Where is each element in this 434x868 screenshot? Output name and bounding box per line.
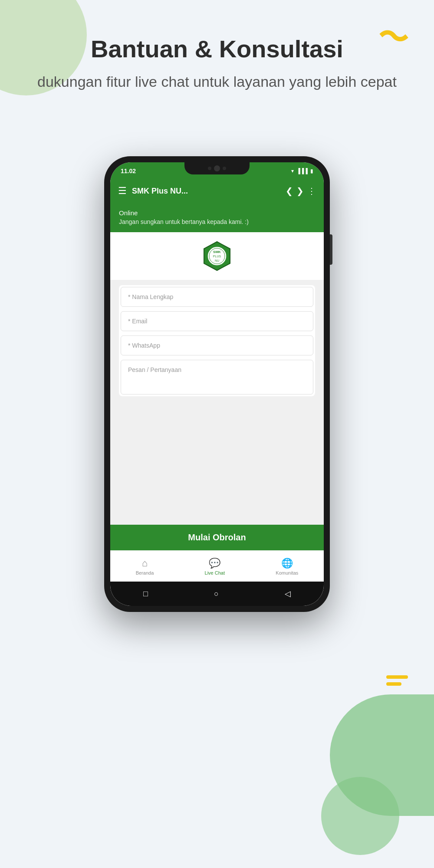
mulai-obrolan-button[interactable]: Mulai Obrolan (110, 525, 324, 550)
svg-text:PLUS: PLUS (213, 255, 221, 258)
android-nav-bar: □ ○ ◁ (110, 582, 324, 606)
svg-text:SMK: SMK (213, 250, 221, 254)
header-section: Bantuan & Konsultasi dukungan fitur live… (0, 35, 434, 92)
komunitas-label: Komunitas (276, 570, 298, 575)
phone-mockup: 11.02 ▾ ▐▐▐ ▮ ☰ SMK Plus NU... ❮ ❯ ⋮ (104, 156, 330, 612)
form-card: * Nama Lengkap * Email * WhatsApp Pesan … (119, 285, 315, 396)
svg-text:NU: NU (215, 259, 219, 262)
status-icons: ▾ ▐▐▐ ▮ (291, 168, 313, 174)
form-area: * Nama Lengkap * Email * WhatsApp Pesan … (110, 280, 324, 525)
battery-icon: ▮ (310, 168, 313, 174)
android-back-button[interactable]: ◁ (285, 589, 291, 598)
whatsapp-field[interactable]: * WhatsApp (121, 335, 313, 355)
yellow-line-2 (386, 682, 401, 686)
email-field[interactable]: * Email (121, 311, 313, 331)
subtitle: dukungan fitur live chat untuk layanan y… (0, 72, 434, 92)
chat-status: Online (119, 209, 315, 217)
yellow-line-1 (386, 675, 408, 679)
android-recent-button[interactable]: □ (143, 589, 148, 598)
app-bar-nav: ❮ ❯ ⋮ (286, 186, 316, 196)
chat-message: Jangan sungkan untuk bertanya kepada kam… (119, 218, 315, 225)
notch-sensor (208, 167, 211, 170)
android-home-button[interactable]: ○ (214, 589, 219, 598)
nav-item-komunitas[interactable]: 🌐 Komunitas (276, 558, 298, 575)
nav-item-livechat[interactable]: 💬 Live Chat (205, 558, 225, 575)
beranda-icon: ⌂ (142, 558, 148, 569)
status-time: 11.02 (121, 168, 136, 174)
menu-icon[interactable]: ☰ (118, 185, 127, 197)
signal-icon: ▐▐▐ (296, 168, 308, 174)
chat-header: Online Jangan sungkan untuk bertanya kep… (110, 204, 324, 232)
komunitas-icon: 🌐 (281, 558, 293, 569)
more-options-icon[interactable]: ⋮ (307, 186, 316, 196)
phone-screen: 11.02 ▾ ▐▐▐ ▮ ☰ SMK Plus NU... ❮ ❯ ⋮ (110, 162, 324, 606)
phone-outer-shell: 11.02 ▾ ▐▐▐ ▮ ☰ SMK Plus NU... ❮ ❯ ⋮ (104, 156, 330, 612)
phone-power-button (330, 234, 332, 265)
logo-area: SMK PLUS NU (110, 232, 324, 280)
beranda-label: Beranda (136, 570, 154, 575)
app-bar: ☰ SMK Plus NU... ❮ ❯ ⋮ (110, 178, 324, 204)
notch-mic (223, 167, 226, 170)
wifi-icon: ▾ (291, 168, 294, 174)
forward-icon[interactable]: ❯ (296, 186, 304, 196)
phone-notch (184, 162, 250, 174)
bg-decoration-circle-bottom-right (321, 777, 399, 855)
notch-camera (214, 165, 220, 171)
back-icon[interactable]: ❮ (286, 186, 293, 196)
nama-lengkap-field[interactable]: * Nama Lengkap (121, 287, 313, 307)
livechat-label: Live Chat (205, 570, 225, 575)
content-area: SMK PLUS NU * Nama Lengkap * Email * Wha… (110, 232, 324, 606)
livechat-icon: 💬 (209, 558, 220, 569)
main-title: Bantuan & Konsultasi (0, 35, 434, 63)
app-bar-title: SMK Plus NU... (132, 187, 280, 196)
bottom-nav: ⌂ Beranda 💬 Live Chat 🌐 Komunitas (110, 550, 324, 582)
nav-item-beranda[interactable]: ⌂ Beranda (136, 558, 154, 575)
school-logo: SMK PLUS NU (202, 241, 232, 271)
yellow-lines-decoration (386, 675, 408, 686)
pesan-field[interactable]: Pesan / Pertanyaan (121, 360, 313, 395)
